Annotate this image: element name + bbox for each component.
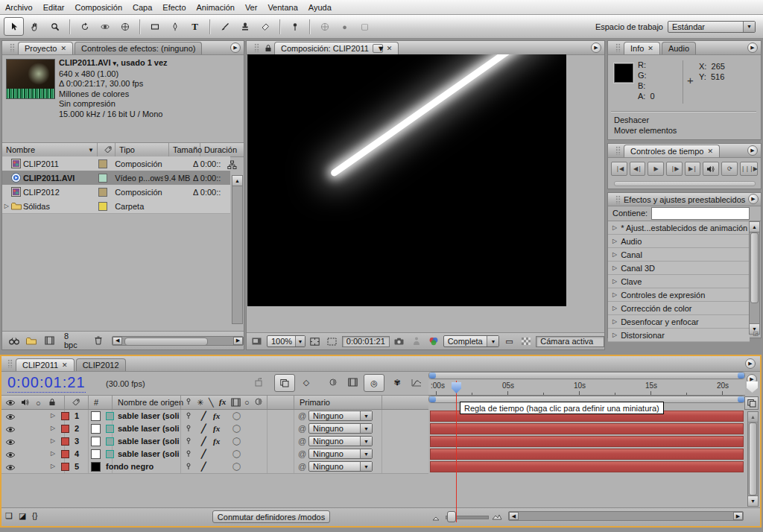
- tab-audio[interactable]: Audio: [662, 42, 696, 54]
- expand-triangle-icon[interactable]: ▷: [612, 318, 617, 325]
- panel-grip[interactable]: [254, 43, 259, 52]
- view-axis-icon[interactable]: ▢: [355, 18, 374, 35]
- timeline-vertical-scrollbar[interactable]: ▲ ▼: [747, 411, 759, 507]
- eye-icon[interactable]: [5, 413, 16, 422]
- label-chip[interactable]: [61, 463, 69, 471]
- column-label[interactable]: [98, 143, 115, 156]
- tab-controles-de-tiempo[interactable]: Controles de tiempo✕: [624, 145, 720, 157]
- shy-switch-icon[interactable]: [185, 425, 192, 434]
- safe-zones-icon[interactable]: [308, 335, 323, 348]
- expand-transfer-controls-icon[interactable]: ◪: [19, 511, 26, 521]
- expand-triangle-icon[interactable]: ▷: [612, 305, 617, 311]
- layer-row[interactable]: ▷1sable laser (soli╱fx◯@Ninguno▼: [1, 410, 428, 423]
- column-tipo[interactable]: Tipo: [115, 143, 169, 156]
- close-icon[interactable]: ✕: [707, 148, 713, 155]
- rectangle-tool-icon[interactable]: [145, 18, 164, 35]
- loop-button[interactable]: ⟳: [721, 162, 738, 176]
- expand-triangle-icon[interactable]: ▷: [51, 437, 55, 444]
- bit-depth[interactable]: 8 bpc: [64, 332, 83, 349]
- chevron-down-icon[interactable]: ▼: [373, 44, 383, 53]
- column-tamano[interactable]: Tamaño: [169, 143, 200, 156]
- current-timecode[interactable]: 0:00:01:21: [7, 374, 86, 393]
- clone-stamp-tool-icon[interactable]: [235, 18, 254, 35]
- close-icon[interactable]: ✕: [62, 361, 68, 369]
- source-name-column[interactable]: Nombre de origen: [118, 398, 183, 407]
- show-snapshot-icon[interactable]: [409, 335, 424, 348]
- scroll-left-icon[interactable]: ◀: [113, 337, 122, 345]
- shuttle-strip[interactable]: [614, 181, 756, 186]
- scroll-right-icon[interactable]: ▶: [733, 512, 743, 520]
- local-axis-icon[interactable]: [315, 18, 334, 35]
- parent-dropdown[interactable]: Ninguno▼: [308, 436, 373, 446]
- effects-vertical-scrollbar[interactable]: ▲ ▼: [749, 221, 760, 335]
- toggle-switches-modes-button[interactable]: Conmutar definidores /modos: [212, 510, 330, 523]
- effects-category[interactable]: ▷* Ajust...establecidos de animación: [608, 221, 750, 235]
- project-horizontal-scrollbar[interactable]: ◀ ▶: [112, 336, 244, 346]
- layer-color-swatch[interactable]: [91, 424, 101, 434]
- layer-color-swatch[interactable]: [91, 437, 101, 446]
- menu-ayuda[interactable]: Ayuda: [303, 1, 337, 13]
- quality-switch-icon[interactable]: ╱: [201, 411, 206, 421]
- quality-switch-icon[interactable]: ╱: [201, 424, 206, 434]
- motion-blur-switch-icon[interactable]: ◯: [232, 462, 241, 470]
- tab-controles-de-efectos[interactable]: Controles de efectos: (ninguno): [75, 42, 202, 54]
- menu-ver[interactable]: Ver: [240, 1, 263, 13]
- shy-switch-icon[interactable]: [185, 437, 192, 446]
- resize-grip-icon[interactable]: ◲: [753, 330, 759, 337]
- new-folder-icon[interactable]: [25, 335, 39, 347]
- brainstorm-icon[interactable]: ✾: [387, 374, 407, 390]
- layer-row[interactable]: ▷3sable laser (soli╱fx◯@Ninguno▼: [1, 435, 428, 449]
- audio-button[interactable]: [703, 162, 719, 176]
- table-row[interactable]: CLIP2011.AVIVídeo p...ows9.4 MBΔ 0:00::: [2, 171, 230, 186]
- comp-mini-flowchart-icon[interactable]: [250, 374, 270, 390]
- roi-toggle-icon[interactable]: ▭: [501, 335, 516, 348]
- region-of-interest-icon[interactable]: [325, 335, 340, 348]
- fx-switch-icon[interactable]: fx: [213, 424, 220, 433]
- layer-duration-bar[interactable]: [430, 423, 744, 434]
- motion-blur-switch-icon[interactable]: ◯: [232, 449, 241, 457]
- layer-name[interactable]: sable laser (soli: [118, 411, 182, 420]
- adjustment-switch-icon[interactable]: [255, 398, 262, 407]
- layer-duration-bar[interactable]: [430, 436, 744, 447]
- layer-name[interactable]: sable laser (soli: [118, 449, 182, 458]
- fx-switch-icon[interactable]: fx: [213, 437, 220, 446]
- panel-grip[interactable]: [615, 195, 621, 204]
- scroll-down-icon[interactable]: ▼: [748, 495, 758, 506]
- label-chip[interactable]: [94, 202, 111, 211]
- auto-keyframe-icon[interactable]: ◎: [364, 374, 384, 392]
- tab-clip2011[interactable]: CLIP2011✕: [16, 358, 75, 371]
- close-icon[interactable]: ✕: [60, 45, 66, 52]
- menu-efecto[interactable]: Efecto: [157, 1, 191, 13]
- search-icon[interactable]: [7, 335, 22, 347]
- layer-row[interactable]: ▷5fondo negro╱◯@Ninguno▼: [1, 460, 428, 474]
- workspace-dropdown[interactable]: Estándar ▼: [668, 21, 756, 33]
- column-nombre[interactable]: Nombre ▼: [2, 143, 98, 156]
- scroll-left-icon[interactable]: ◀: [509, 512, 519, 520]
- lock-column-icon[interactable]: [48, 398, 56, 408]
- shy-switch-icon[interactable]: [185, 450, 192, 459]
- pen-tool-icon[interactable]: [165, 18, 184, 35]
- hand-tool-icon[interactable]: [25, 18, 44, 35]
- effects-category[interactable]: ▷Corrección de color: [608, 302, 750, 315]
- eraser-tool-icon[interactable]: [256, 18, 274, 35]
- scroll-up-icon[interactable]: ▲: [748, 412, 758, 422]
- effects-category[interactable]: ▷Distorsionar: [608, 329, 750, 342]
- new-composition-icon[interactable]: [42, 335, 57, 347]
- label-chip[interactable]: [61, 425, 69, 433]
- eye-icon[interactable]: [5, 438, 16, 447]
- orbit-camera-tool-icon[interactable]: [95, 18, 114, 35]
- expand-triangle-icon[interactable]: ▷: [612, 251, 617, 258]
- motion-blur-switch-icon[interactable]: ◯: [232, 411, 241, 419]
- shy-switch-icon[interactable]: [185, 463, 192, 472]
- expand-inout-panes-icon[interactable]: {}: [32, 511, 37, 520]
- menu-archivo[interactable]: Archivo: [0, 1, 38, 13]
- zoom-tool-icon[interactable]: [45, 18, 64, 35]
- play-button[interactable]: ▶: [648, 162, 664, 176]
- quality-switch-icon[interactable]: ╱: [201, 462, 206, 472]
- panel-menu-icon[interactable]: ▶: [745, 358, 756, 369]
- rotation-tool-icon[interactable]: [75, 18, 94, 35]
- expand-triangle-icon[interactable]: ▷: [612, 238, 617, 244]
- parent-column[interactable]: Primario: [300, 398, 330, 407]
- parent-dropdown[interactable]: Ninguno▼: [308, 461, 373, 472]
- expand-triangle-icon[interactable]: ▷: [51, 412, 55, 419]
